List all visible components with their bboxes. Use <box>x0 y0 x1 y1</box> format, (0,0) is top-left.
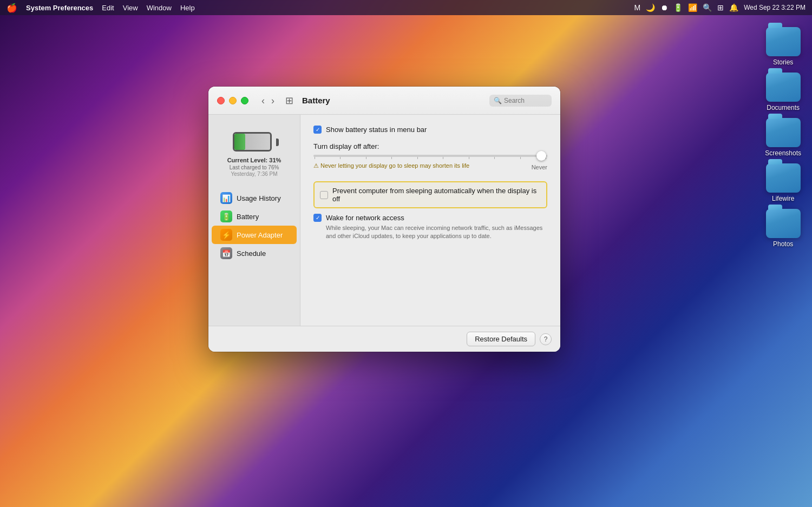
prevent-sleep-option-highlighted: Prevent computer from sleeping automatic… <box>313 181 547 208</box>
slider-track <box>313 155 547 157</box>
wake-network-label: Wake for network access <box>326 214 404 222</box>
folder-photos[interactable]: Photos <box>766 209 801 248</box>
sidebar-item-schedule[interactable]: 📅 Schedule <box>212 244 297 262</box>
folder-lifewire-label: Lifewire <box>772 195 794 202</box>
window-content: Current Level: 31% Last charged to 76% Y… <box>208 115 560 352</box>
wake-network-description: While sleeping, your Mac can receive inc… <box>326 224 547 241</box>
folder-screenshots-icon <box>766 118 801 147</box>
prevent-sleep-row: Prevent computer from sleeping automatic… <box>320 187 541 203</box>
system-preferences-window: ‹ › ⊞ Battery 🔍 <box>208 87 560 352</box>
wake-network-checkbox[interactable]: ✓ <box>313 214 322 222</box>
slider-container[interactable] <box>313 155 547 159</box>
sidebar-item-power-adapter[interactable]: ⚡ Power Adapter <box>212 226 297 244</box>
menu-bar-left: 🍎 System Preferences Edit View Window He… <box>6 3 195 13</box>
folder-screenshots[interactable]: Screenshots <box>765 118 801 157</box>
traffic-lights <box>217 97 248 104</box>
prevent-sleep-label: Prevent computer from sleeping automatic… <box>332 187 541 203</box>
battery-menubar-icon[interactable]: 🔋 <box>673 3 683 12</box>
datetime: Wed Sep 22 3:22 PM <box>744 4 806 11</box>
menu-help[interactable]: Help <box>180 4 195 12</box>
usage-history-icon: 📊 <box>220 192 232 204</box>
desktop: 🍎 System Preferences Edit View Window He… <box>0 0 812 507</box>
show-battery-status-checkbox[interactable]: ✓ <box>313 126 322 134</box>
back-button[interactable]: ‹ <box>259 95 267 107</box>
usage-history-label: Usage History <box>237 194 281 202</box>
folder-documents-icon <box>766 73 801 102</box>
sidebar-item-usage-history[interactable]: 📊 Usage History <box>212 189 297 207</box>
folder-photos-label: Photos <box>773 240 793 248</box>
power-adapter-label: Power Adapter <box>237 231 283 239</box>
schedule-label: Schedule <box>237 249 266 258</box>
menu-edit[interactable]: Edit <box>102 4 114 12</box>
folder-documents[interactable]: Documents <box>766 73 801 111</box>
notification-icon[interactable]: 🔔 <box>729 3 738 12</box>
menu-view[interactable]: View <box>123 4 138 12</box>
search-icon: 🔍 <box>494 97 502 104</box>
search-box[interactable]: 🔍 <box>489 95 552 107</box>
battery-status-display: Current Level: 31% Last charged to 76% Y… <box>208 126 300 186</box>
battery-level: Current Level: 31% <box>217 157 291 163</box>
main-content: ✓ Show battery status in menu bar Turn d… <box>300 115 560 352</box>
app-name[interactable]: System Preferences <box>26 4 93 12</box>
close-button[interactable] <box>217 97 225 104</box>
folder-documents-label: Documents <box>767 104 800 111</box>
search-menubar-icon[interactable]: 🔍 <box>703 3 712 12</box>
menu-bar: 🍎 System Preferences Edit View Window He… <box>0 0 812 15</box>
last-charged: Last charged to 76% <box>217 164 291 170</box>
grid-view-button[interactable]: ⊞ <box>285 95 293 107</box>
wifi-icon[interactable]: 📶 <box>688 3 697 12</box>
folder-stories[interactable]: Stories <box>766 27 801 66</box>
sidebar-nav: 📊 Usage History 🔋 Battery ⚡ Power Adapte… <box>208 187 300 265</box>
slider-labels-row: ⚠ Never letting your display go to sleep… <box>313 162 547 172</box>
folder-lifewire-icon <box>766 163 801 193</box>
apple-menu[interactable]: 🍎 <box>6 3 17 13</box>
folder-screenshots-label: Screenshots <box>765 149 801 157</box>
minimize-button[interactable] <box>229 97 237 104</box>
nav-arrows: ‹ › <box>259 95 277 107</box>
wake-network-row: ✓ Wake for network access <box>313 214 547 222</box>
forward-button[interactable]: › <box>269 95 277 107</box>
folder-stories-label: Stories <box>773 58 793 66</box>
slider-never-label: Never <box>532 164 547 170</box>
display-off-slider-section: Turn display off after: <box>313 142 547 172</box>
wake-network-section: ✓ Wake for network access While sleeping… <box>313 214 547 241</box>
folder-stories-icon <box>766 27 801 56</box>
window-bottom: Restore Defaults ? <box>208 326 560 352</box>
show-battery-status-row: ✓ Show battery status in menu bar <box>313 126 547 134</box>
battery-nav-icon: 🔋 <box>220 210 232 222</box>
screentime-icon[interactable]: ⏺ <box>660 3 668 12</box>
sidebar: Current Level: 31% Last charged to 76% Y… <box>208 115 300 352</box>
folder-lifewire[interactable]: Lifewire <box>766 163 801 202</box>
battery-label: Battery <box>237 213 259 221</box>
help-button[interactable]: ? <box>540 333 552 345</box>
menu-window[interactable]: Window <box>147 4 172 12</box>
schedule-icon: 📅 <box>220 247 232 259</box>
maximize-button[interactable] <box>241 97 248 104</box>
display-off-label: Turn display off after: <box>313 142 547 150</box>
prevent-sleep-checkbox[interactable] <box>320 191 328 199</box>
sidebar-item-battery[interactable]: 🔋 Battery <box>212 207 297 226</box>
window-title: Battery <box>302 96 483 105</box>
slider-thumb[interactable] <box>536 151 546 161</box>
show-battery-status-label: Show battery status in menu bar <box>326 126 427 134</box>
menu-bar-right: M 🌙 ⏺ 🔋 📶 🔍 ⊞ 🔔 Wed Sep 22 3:22 PM <box>634 3 806 12</box>
folder-photos-icon <box>766 209 801 238</box>
desktop-folders: Stories Documents Screenshots Lifewire P… <box>765 27 801 248</box>
focus-icon[interactable]: 🌙 <box>646 3 655 12</box>
controlcenter-icon[interactable]: ⊞ <box>717 3 724 12</box>
mail-icon: M <box>634 3 640 12</box>
window-titlebar: ‹ › ⊞ Battery 🔍 <box>208 87 560 115</box>
slider-warning: ⚠ Never letting your display go to sleep… <box>313 162 469 169</box>
last-charged-time: Yesterday, 7:36 PM <box>217 171 291 177</box>
power-adapter-icon: ⚡ <box>220 229 232 241</box>
slider-ticks <box>313 157 547 159</box>
restore-defaults-button[interactable]: Restore Defaults <box>467 332 535 346</box>
search-input[interactable] <box>504 97 547 104</box>
